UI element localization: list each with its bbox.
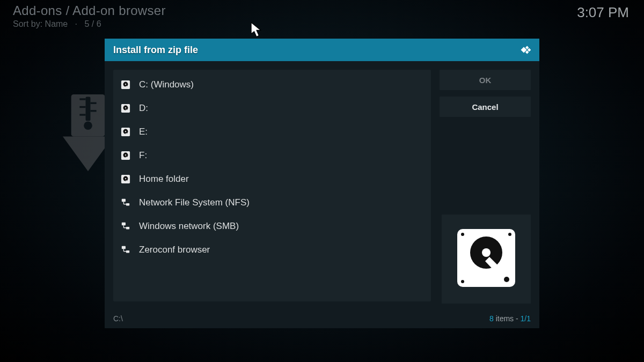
- selection-preview: [442, 215, 531, 304]
- svg-marker-54: [251, 23, 261, 36]
- file-item-e-drive[interactable]: E:: [113, 120, 431, 144]
- svg-point-50: [461, 233, 464, 236]
- svg-point-3: [84, 121, 92, 130]
- sort-label: Sort by: Name: [13, 19, 68, 28]
- file-item-label: D:: [139, 103, 148, 114]
- breadcrumb: Add-ons / Add-on browser: [13, 3, 166, 18]
- current-path: C:\: [113, 314, 123, 323]
- file-item-f-drive[interactable]: F:: [113, 144, 431, 167]
- sort-separator: ·: [70, 19, 82, 28]
- svg-rect-33: [122, 199, 126, 202]
- dialog-header: Install from zip file: [105, 39, 539, 61]
- file-item-label: Zeroconf browser: [139, 245, 210, 255]
- svg-rect-41: [122, 246, 126, 249]
- file-item-label: E:: [139, 127, 148, 137]
- svg-rect-37: [122, 223, 126, 225]
- dialog-title: Install from zip file: [113, 45, 198, 56]
- network-icon: [121, 198, 130, 208]
- file-item-label: C: (Windows): [139, 79, 194, 90]
- kodi-logo-icon: [517, 43, 531, 57]
- dialog-footer: C:\ 8 items - 1/1: [113, 314, 531, 323]
- network-icon: [121, 221, 130, 231]
- ok-button[interactable]: OK: [440, 70, 531, 90]
- svg-rect-10: [525, 46, 529, 49]
- file-item-nfs[interactable]: Network File System (NFS): [113, 191, 431, 215]
- install-zip-dialog: Install from zip file: [105, 39, 539, 328]
- sort-index: 5 / 6: [84, 19, 101, 28]
- file-item-home-folder[interactable]: Home folder: [113, 167, 431, 191]
- svg-rect-44: [126, 250, 129, 253]
- svg-rect-40: [126, 227, 129, 230]
- file-item-label: Home folder: [139, 174, 189, 184]
- disk-icon: [121, 80, 130, 90]
- svg-point-31: [125, 178, 126, 179]
- item-count: 8: [489, 314, 494, 323]
- svg-point-47: [482, 248, 491, 257]
- disk-icon: [121, 127, 130, 137]
- svg-rect-2: [86, 97, 91, 121]
- clock: 3:07 PM: [577, 4, 629, 21]
- mouse-cursor-icon: [251, 22, 262, 37]
- cancel-button[interactable]: Cancel: [440, 97, 531, 117]
- svg-point-19: [125, 107, 126, 108]
- svg-point-52: [461, 280, 464, 283]
- file-item-label: Windows network (SMB): [139, 221, 239, 232]
- svg-rect-12: [528, 48, 531, 51]
- svg-point-23: [125, 131, 126, 132]
- file-item-c-drive[interactable]: C: (Windows): [113, 73, 431, 97]
- dialog-body: C: (Windows) D: E:: [105, 61, 539, 304]
- svg-point-27: [125, 154, 126, 156]
- hard-disk-icon: [454, 226, 518, 292]
- footer-right: 8 items - 1/1: [489, 314, 531, 323]
- file-item-label: F:: [139, 150, 147, 161]
- file-item-zeroconf[interactable]: Zeroconf browser: [113, 238, 431, 262]
- disk-icon: [121, 104, 130, 113]
- file-item-smb[interactable]: Windows network (SMB): [113, 215, 431, 238]
- file-item-d-drive[interactable]: D:: [113, 97, 431, 120]
- disk-icon: [121, 174, 130, 184]
- sort-info: Sort by: Name · 5 / 6: [13, 19, 101, 29]
- network-icon: [121, 245, 130, 255]
- svg-point-51: [508, 233, 511, 236]
- svg-point-15: [125, 84, 126, 85]
- items-word: items -: [494, 314, 521, 323]
- file-list-panel[interactable]: C: (Windows) D: E:: [113, 70, 431, 301]
- svg-rect-11: [525, 50, 529, 54]
- dialog-right-column: OK Cancel: [440, 70, 531, 304]
- svg-rect-36: [126, 203, 129, 206]
- disk-icon: [121, 151, 130, 160]
- screen: Add-ons / Add-on browser Sort by: Name ·…: [0, 0, 644, 362]
- page-indicator: 1/1: [521, 314, 531, 323]
- file-item-label: Network File System (NFS): [139, 197, 250, 208]
